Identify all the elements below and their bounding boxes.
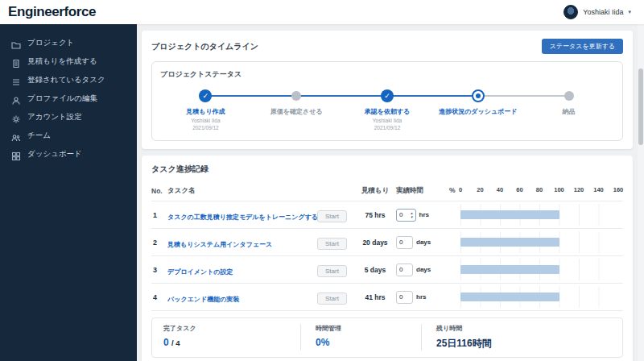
- timeline-title: プロジェクトのタイムライン: [151, 41, 258, 52]
- step-date: 2021/09/12: [374, 125, 401, 131]
- task-row: 2 見積もりシステム用インタフェース Start 20 days days: [151, 228, 623, 255]
- task-estimate: 75 hrs: [354, 211, 396, 219]
- actual-time-unit: days: [416, 266, 431, 273]
- document-icon: [11, 57, 21, 67]
- percent-axis-label: %: [449, 186, 456, 194]
- task-row: 4 バックエンド機能の実装 Start 41 hrs hrs: [151, 283, 623, 310]
- estimate-bar: [460, 238, 559, 247]
- status-title: プロジェクトステータス: [160, 69, 614, 80]
- actual-time-input[interactable]: [399, 239, 410, 246]
- actual-time-box: [396, 236, 413, 249]
- task-row: 1 タスクの工数見積り推定モデルをトレーニングする Start 75 hrs ▴…: [151, 201, 623, 228]
- task-estimate: 20 days: [354, 239, 396, 247]
- col-estimate: 見積もり: [354, 186, 396, 196]
- project-stepper: ✓ 見積もり作成 Yoshiaki Iida 2021/09/12 原価を確定さ…: [160, 89, 614, 131]
- task-progress-card: タスク進捗記録 No. タスク名 見積もり 実績時間 % 0 20 40 60 …: [142, 156, 633, 361]
- pending-dot-icon: [291, 91, 301, 101]
- step-label: 進捗状況のダッシュボード: [439, 107, 517, 116]
- main-content: プロジェクトのタイムライン ステータスを更新する プロジェクトステータス ✓ 見…: [137, 24, 638, 361]
- estimate-bar: [460, 210, 559, 219]
- task-link[interactable]: バックエンド機能の実装: [167, 296, 239, 303]
- actual-time-unit: hrs: [419, 211, 429, 218]
- stepper-arrows-icon[interactable]: ▴▾: [411, 211, 413, 218]
- sidebar-item-edit-profile[interactable]: プロファイルの編集: [0, 89, 137, 108]
- axis-tick: 100: [554, 186, 564, 193]
- folder-icon: [11, 39, 21, 48]
- scrollbar-thumb[interactable]: [638, 68, 643, 145]
- completed-tasks-total: / 4: [171, 338, 180, 347]
- project-status-panel: プロジェクトステータス ✓ 見積もり作成 Yoshiaki Iida 2021/…: [151, 61, 623, 141]
- logo-part2: force: [64, 4, 97, 19]
- dashboard-icon: [11, 150, 21, 160]
- remaining-time: 残り時間 25日116時間: [421, 324, 611, 351]
- axis-tick: 40: [497, 186, 503, 193]
- sidebar-item-projects[interactable]: プロジェクト: [0, 34, 137, 52]
- start-button[interactable]: Start: [317, 210, 347, 222]
- actual-time-box: [396, 263, 413, 276]
- task-link[interactable]: 見積もりシステム用インタフェース: [167, 241, 272, 248]
- start-button[interactable]: Start: [317, 293, 347, 305]
- remaining-time-value: 25日116時間: [436, 337, 611, 351]
- step-label: 見積もり作成: [186, 107, 225, 116]
- update-status-button[interactable]: ステータスを更新する: [542, 39, 623, 54]
- sidebar-item-create-estimate[interactable]: 見積もりを作成する: [0, 52, 137, 71]
- actual-time-input[interactable]: [399, 293, 410, 301]
- sidebar: プロジェクト 見積もりを作成する 登録されているタスク プロファイルの編集 アカ…: [0, 24, 137, 361]
- axis-tick: 140: [593, 186, 604, 193]
- axis-tick: 0: [459, 186, 462, 193]
- logo-part1: Engineer: [8, 4, 64, 19]
- task-link[interactable]: タスクの工数見積り推定モデルをトレーニングする: [167, 214, 317, 221]
- check-icon: ✓: [381, 89, 394, 102]
- completed-tasks-value: 0: [163, 337, 169, 348]
- sidebar-item-registered-tasks[interactable]: 登録されているタスク: [0, 71, 137, 89]
- col-no: No.: [151, 187, 167, 195]
- step-user: Yoshiaki Iida: [373, 118, 402, 123]
- remaining-time-label: 残り時間: [436, 324, 611, 333]
- sidebar-item-dashboard[interactable]: ダッシュボード: [0, 145, 137, 164]
- sidebar-item-label: チーム: [27, 131, 51, 141]
- team-icon: [11, 131, 21, 141]
- actual-time-input[interactable]: [399, 266, 410, 273]
- chevron-down-icon: ▾: [628, 9, 631, 15]
- task-row: 3 デプロイメントの設定 Start 5 days days: [151, 255, 623, 283]
- task-link[interactable]: デプロイメントの設定: [167, 268, 233, 276]
- table-header: No. タスク名 見積もり 実績時間 % 0 20 40 60 80 100 1…: [151, 183, 623, 201]
- time-management: 時間管理 0%: [300, 324, 421, 351]
- estimate-bar: [460, 293, 559, 301]
- current-step-icon: [472, 89, 485, 102]
- start-button[interactable]: Start: [317, 238, 347, 250]
- summary-panel: 完了タスク 0 / 4 時間管理 0% 残り時間 25日116時間: [151, 317, 623, 358]
- axis-tick: 80: [536, 186, 543, 193]
- actual-time-unit: hrs: [416, 293, 426, 301]
- step-label: 原価を確定させる: [270, 107, 323, 116]
- scrollbar-track[interactable]: [638, 24, 644, 361]
- user-menu[interactable]: Yoshiaki Iida ▾: [564, 5, 631, 19]
- task-estimate: 41 hrs: [354, 293, 396, 301]
- sidebar-item-account-settings[interactable]: アカウント設定: [0, 108, 137, 127]
- task-no: 4: [151, 293, 167, 301]
- step-date: 2021/09/12: [192, 125, 219, 131]
- app-logo: Engineerforce: [8, 4, 96, 20]
- axis-tick: 160: [613, 186, 624, 193]
- step-user: Yoshiaki Iida: [191, 118, 220, 123]
- actual-time-unit: days: [416, 239, 431, 246]
- axis-tick: 120: [574, 186, 584, 193]
- task-table: No. タスク名 見積もり 実績時間 % 0 20 40 60 80 100 1…: [151, 183, 623, 311]
- sidebar-item-label: 登録されているタスク: [27, 75, 105, 85]
- actual-time-box: ▴▾: [396, 209, 416, 222]
- sidebar-item-team[interactable]: チーム: [0, 127, 137, 145]
- time-management-label: 時間管理: [316, 324, 421, 333]
- step-label: 納品: [563, 107, 576, 116]
- tasks-icon: [11, 76, 21, 85]
- col-task-name: タスク名: [167, 186, 317, 196]
- check-icon: ✓: [199, 89, 212, 102]
- axis-tick: 60: [516, 186, 522, 193]
- top-bar: Engineerforce Yoshiaki Iida ▾: [0, 0, 644, 24]
- user-avatar-icon: [564, 5, 578, 19]
- start-button[interactable]: Start: [317, 265, 347, 277]
- actual-time-input[interactable]: [399, 211, 410, 218]
- sidebar-item-label: アカウント設定: [27, 112, 82, 122]
- completed-tasks-label: 完了タスク: [163, 324, 300, 333]
- estimate-bar: [460, 265, 559, 274]
- user-name: Yoshiaki Iida: [583, 8, 623, 16]
